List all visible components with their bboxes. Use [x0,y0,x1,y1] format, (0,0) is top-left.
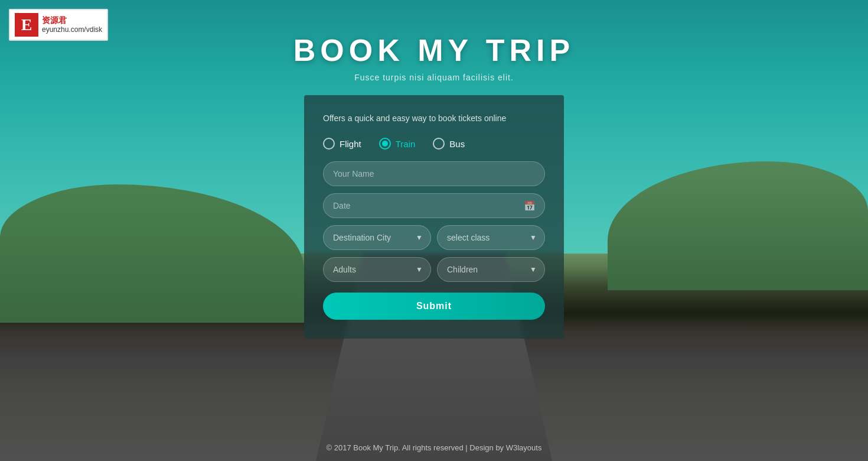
booking-card: Offers a quick and easy way to book tick… [304,95,564,339]
logo-name: 资源君 [42,15,102,25]
adults-select-wrap: Adults 1 2 3 4 5 ▼ [323,257,431,282]
children-select-wrap: Children 0 1 2 3 4 ▼ [437,257,545,282]
destination-class-row: Destination City New York Los Angeles Ch… [323,225,545,250]
transport-radio-group: Flight Train Bus [323,138,545,150]
radio-flight-circle [323,138,335,150]
submit-button[interactable]: Submit [323,293,545,320]
logo-icon: E [15,13,38,37]
radio-train-circle [379,138,391,150]
calendar-icon: 📅 [524,200,536,212]
passengers-row: Adults 1 2 3 4 5 ▼ Children 0 1 2 3 4 [323,257,545,282]
children-select[interactable]: Children 0 1 2 3 4 [437,257,545,282]
logo: E 资源君 eyunzhu.com/vdisk [9,9,108,41]
radio-train[interactable]: Train [379,138,416,150]
radio-bus-label: Bus [449,139,465,149]
radio-flight[interactable]: Flight [323,138,361,150]
date-input[interactable] [323,193,545,218]
radio-bus-circle [433,138,445,150]
radio-bus[interactable]: Bus [433,138,465,150]
page-title: BOOK MY TRIP [293,33,575,68]
main-content: BOOK MY TRIP Fusce turpis nisi aliquam f… [0,0,868,461]
destination-select-wrap: Destination City New York Los Angeles Ch… [323,225,431,250]
page-subtitle: Fusce turpis nisi aliquam facilisis elit… [354,73,514,82]
adults-select[interactable]: Adults 1 2 3 4 5 [323,257,431,282]
logo-url: eyunzhu.com/vdisk [42,25,102,35]
name-field-group [323,161,545,186]
card-description: Offers a quick and easy way to book tick… [323,112,545,125]
date-field-group: 📅 [323,193,545,218]
destination-select[interactable]: Destination City New York Los Angeles Ch… [323,225,431,250]
class-select[interactable]: select class Economy Business First Clas… [437,225,545,250]
radio-flight-label: Flight [340,139,361,149]
footer: © 2017 Book My Trip. All rights reserved… [0,443,868,452]
radio-train-label: Train [396,139,416,149]
class-select-wrap: select class Economy Business First Clas… [437,225,545,250]
logo-text: 资源君 eyunzhu.com/vdisk [42,15,102,35]
footer-text: © 2017 Book My Trip. All rights reserved… [327,443,542,452]
name-input[interactable] [323,161,545,186]
